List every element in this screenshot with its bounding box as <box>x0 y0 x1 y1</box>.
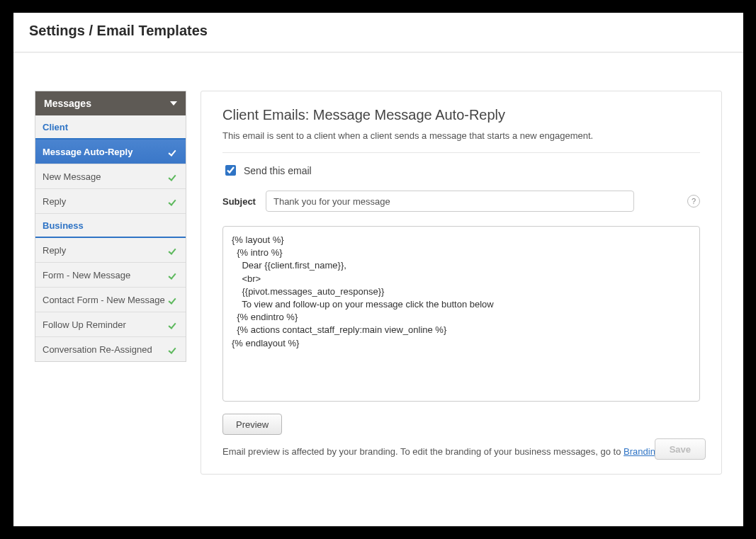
sidebar-section-label: Client <box>43 122 68 132</box>
sidebar-section-label: Business <box>43 220 84 231</box>
email-body-textarea[interactable] <box>222 226 700 402</box>
check-icon <box>169 149 177 156</box>
sidebar-item-label: Message Auto-Reply <box>43 147 132 157</box>
check-icon <box>169 297 177 304</box>
sidebar-dropdown[interactable]: Messages <box>35 91 186 115</box>
check-icon <box>169 322 177 329</box>
branding-note-text: Email preview is affected by your brandi… <box>222 446 624 457</box>
sidebar-item-new-message[interactable]: New Message <box>35 164 186 189</box>
page-title: Settings / Email Templates <box>29 23 728 39</box>
check-icon <box>169 346 177 353</box>
branding-note: Email preview is affected by your brandi… <box>222 446 700 457</box>
sidebar-item-label: Conversation Re-Assigned <box>43 344 152 355</box>
sidebar-item-label: New Message <box>43 171 101 182</box>
send-email-checkbox[interactable] <box>225 165 236 176</box>
sidebar-item-label: Reply <box>43 245 66 256</box>
save-button[interactable]: Save <box>655 438 706 460</box>
sidebar: Messages Client Message Auto-Reply New M… <box>35 91 186 362</box>
sidebar-item-label: Form - New Message <box>43 270 130 280</box>
sidebar-item-reply-client[interactable]: Reply <box>35 189 186 214</box>
check-icon <box>169 198 177 205</box>
sidebar-item-label: Follow Up Reminder <box>43 319 126 330</box>
sidebar-item-conversation-reassigned[interactable]: Conversation Re-Assigned <box>35 337 186 361</box>
caret-down-icon <box>170 101 177 106</box>
subject-input[interactable] <box>266 191 634 212</box>
sidebar-section-client[interactable]: Client <box>35 115 186 140</box>
sidebar-item-form-new-message[interactable]: Form - New Message <box>35 263 186 288</box>
panel-description: This email is sent to a client when a cl… <box>222 130 700 153</box>
page-header: Settings / Email Templates <box>13 13 743 52</box>
send-email-label: Send this email <box>244 165 312 176</box>
check-icon <box>169 272 177 279</box>
preview-button[interactable]: Preview <box>222 414 282 435</box>
check-icon <box>169 247 177 254</box>
sidebar-title: Messages <box>44 98 91 109</box>
sidebar-item-follow-up-reminder[interactable]: Follow Up Reminder <box>35 312 186 337</box>
sidebar-item-label: Contact Form - New Message <box>43 295 165 305</box>
sidebar-section-business[interactable]: Business <box>35 214 186 238</box>
sidebar-item-message-auto-reply[interactable]: Message Auto-Reply <box>35 140 186 164</box>
sidebar-item-reply-business[interactable]: Reply <box>35 238 186 263</box>
subject-label: Subject <box>222 196 256 207</box>
check-icon <box>169 174 177 181</box>
main-panel: Client Emails: Message Message Auto-Repl… <box>201 91 722 475</box>
panel-heading: Client Emails: Message Message Auto-Repl… <box>222 107 700 123</box>
sidebar-item-contact-form-new-message[interactable]: Contact Form - New Message <box>35 288 186 312</box>
sidebar-item-label: Reply <box>43 196 66 207</box>
help-icon[interactable]: ? <box>687 195 700 208</box>
